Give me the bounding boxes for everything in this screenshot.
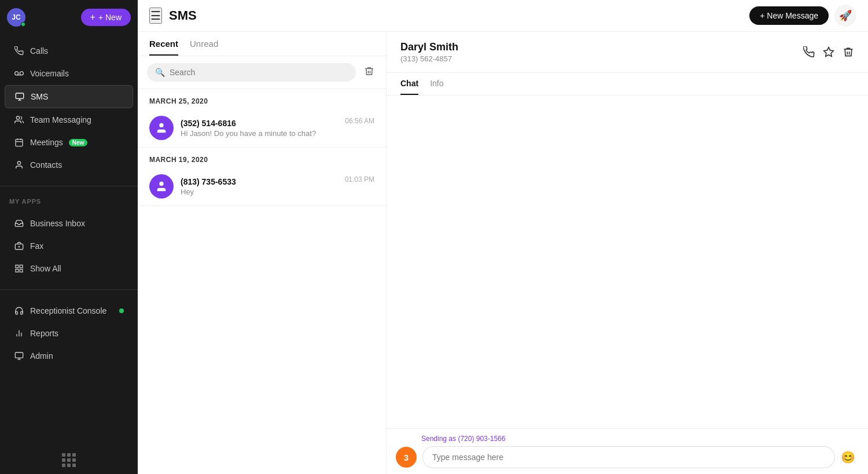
contact-name: Daryl Smith [400, 41, 458, 53]
sidebar-item-label: Reports [30, 329, 58, 338]
sidebar-item-label: Calls [30, 46, 48, 56]
message-list-panel: Recent Unread 🔍 MARCH 25, 2020 [138, 32, 387, 474]
sidebar-item-label: Team Messaging [30, 115, 91, 124]
tab-recent[interactable]: Recent [149, 39, 178, 56]
emoji-button[interactable]: 😊 [841, 450, 855, 464]
tab-chat[interactable]: Chat [400, 73, 418, 95]
sidebar-item-meetings[interactable]: Meetings New [5, 131, 133, 153]
contacts-icon [14, 160, 24, 170]
avatar[interactable]: JC [7, 8, 25, 27]
sidebar-item-calls[interactable]: Calls [5, 40, 133, 62]
sidebar-item-contacts[interactable]: Contacts [5, 154, 133, 176]
chat-tabs: Chat Info [387, 73, 868, 95]
message-preview: Hey [181, 188, 338, 196]
sidebar-item-label: Business Inbox [30, 219, 85, 228]
message-preview: Hi Jason! Do you have a minute to chat? [181, 129, 338, 138]
svg-marker-27 [824, 47, 834, 57]
svg-point-26 [159, 182, 163, 186]
svg-rect-18 [20, 269, 23, 272]
admin-icon [14, 351, 24, 361]
chat-messages [387, 95, 868, 428]
call-button[interactable] [803, 46, 815, 58]
reports-icon [14, 328, 24, 339]
message-time: 06:56 AM [345, 117, 374, 125]
avatar [149, 174, 174, 199]
messages-scroll: MARCH 25, 2020 (352) 514-6816 Hi Jason! … [138, 89, 386, 474]
tab-unread[interactable]: Unread [190, 39, 218, 56]
svg-rect-22 [15, 352, 23, 358]
sidebar-item-team-messaging[interactable]: Team Messaging [5, 109, 133, 131]
list-item[interactable]: (352) 514-6816 Hi Jason! Do you have a m… [138, 109, 386, 148]
message-time: 01:03 PM [345, 175, 374, 183]
sidebar-item-receptionist-console[interactable]: Receptionist Console [5, 300, 133, 322]
contact-phone: (313) 562-4857 [400, 54, 458, 63]
new-badge: New [69, 139, 88, 146]
online-indicator [119, 308, 124, 313]
search-area: 🔍 [138, 56, 386, 89]
sidebar-item-label: Receptionist Console [30, 306, 106, 315]
search-icon: 🔍 [155, 68, 165, 77]
grid-icon [14, 263, 24, 274]
new-message-button[interactable]: + New Message [749, 6, 829, 25]
headset-icon [14, 306, 24, 316]
page-title: SMS [169, 8, 197, 23]
delete-chat-button[interactable] [843, 46, 854, 58]
search-input[interactable] [170, 68, 348, 77]
svg-rect-7 [16, 139, 23, 146]
rocket-button[interactable]: 🚀 [834, 5, 856, 27]
sidebar-item-label: Show All [30, 264, 61, 273]
menu-icon[interactable]: ☰ [149, 8, 162, 24]
svg-point-11 [17, 161, 20, 164]
sidebar-item-fax[interactable]: Fax [5, 235, 133, 257]
main-content: ☰ SMS + New Message 🚀 Recent Unread [138, 0, 868, 474]
sidebar-item-label: Contacts [30, 160, 62, 170]
svg-point-6 [16, 116, 19, 119]
sidebar-item-show-all[interactable]: Show All [5, 258, 133, 280]
sidebar-footer [0, 446, 138, 474]
svg-point-1 [20, 72, 23, 75]
avatar [149, 116, 174, 140]
sidebar-item-sms[interactable]: SMS [5, 85, 133, 108]
section2-nav: Receptionist Console Reports Admin [0, 295, 138, 372]
sidebar: JC + + New Calls Voicemails SMS [0, 0, 138, 474]
svg-point-25 [159, 123, 163, 127]
date-label: MARCH 25, 2020 [138, 89, 386, 109]
team-icon [14, 115, 24, 125]
topbar: ☰ SMS + New Message 🚀 [138, 0, 868, 32]
contact-phone: (813) 735-6533 [181, 177, 338, 186]
svg-rect-3 [16, 93, 23, 98]
sidebar-item-admin[interactable]: Admin [5, 345, 133, 367]
divider [0, 186, 138, 186]
star-button[interactable] [823, 46, 834, 58]
app-grid-button[interactable] [62, 453, 76, 467]
content-area: Recent Unread 🔍 MARCH 25, 2020 [138, 32, 868, 474]
contact-phone: (352) 514-6816 [181, 119, 338, 128]
delete-button[interactable] [362, 64, 377, 82]
meetings-icon [14, 137, 24, 148]
sidebar-item-voicemails[interactable]: Voicemails [5, 63, 133, 84]
sidebar-item-label: Fax [30, 241, 43, 251]
sidebar-item-label: Meetings [30, 138, 63, 147]
chat-input-area: Sending as (720) 903-1566 3 😊 [387, 428, 868, 474]
phone-icon [14, 46, 24, 56]
sidebar-header: JC + + New [0, 0, 138, 35]
status-dot [21, 22, 25, 27]
divider2 [0, 289, 138, 290]
sidebar-nav: Calls Voicemails SMS Team Messaging [0, 35, 138, 181]
sidebar-item-label: SMS [31, 92, 48, 101]
chat-panel: Daryl Smith (313) 562-4857 [387, 32, 868, 474]
sidebar-item-business-inbox[interactable]: Business Inbox [5, 212, 133, 234]
svg-rect-15 [16, 265, 19, 268]
new-button[interactable]: + + New [81, 9, 131, 26]
list-item[interactable]: (813) 735-6533 Hey 01:03 PM [138, 167, 386, 206]
char-badge: 3 [396, 447, 417, 468]
tab-info[interactable]: Info [430, 73, 443, 95]
svg-point-0 [15, 72, 19, 75]
chat-header: Daryl Smith (313) 562-4857 [387, 32, 868, 73]
my-apps-label: MY APPS [0, 191, 138, 207]
sms-icon [14, 91, 25, 102]
sidebar-item-reports[interactable]: Reports [5, 322, 133, 344]
search-input-wrap: 🔍 [147, 63, 356, 82]
my-apps-nav: Business Inbox Fax Show All [0, 207, 138, 285]
message-input[interactable] [422, 446, 835, 468]
